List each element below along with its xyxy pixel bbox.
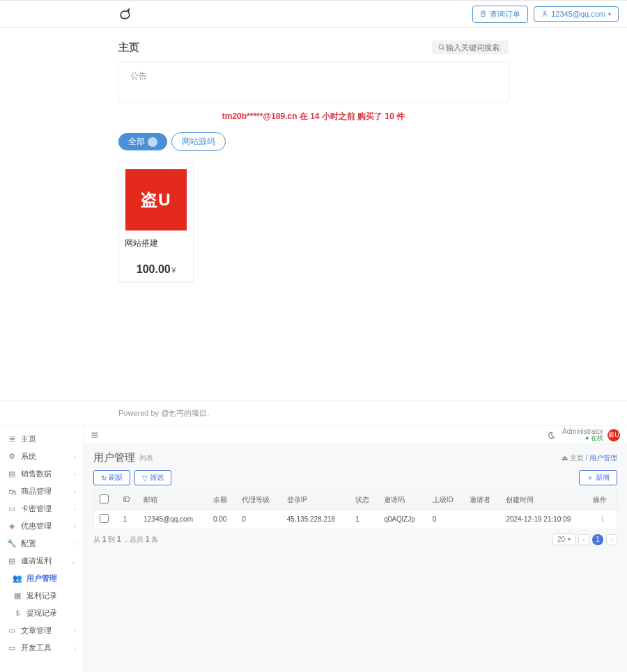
- sidebar-item-5[interactable]: ◈优惠管理›: [0, 517, 83, 535]
- pagination-summary: 从 1 到 1 ，总共 1 条: [93, 535, 158, 545]
- search-doc-icon: [480, 10, 487, 17]
- cell-inviter: [464, 510, 501, 529]
- row-checkbox[interactable]: [100, 514, 109, 523]
- refresh-button[interactable]: ↻ 刷新: [93, 470, 130, 485]
- chevron-right-icon: ›: [74, 540, 76, 547]
- chevron-right-icon: ›: [74, 627, 76, 634]
- store-footer: Powered by @乞丐的项目.: [0, 400, 627, 425]
- next-page-button[interactable]: ›: [606, 534, 617, 545]
- wrench-icon: 🔧: [7, 539, 17, 548]
- bars-icon: ≣: [7, 435, 17, 444]
- chevron-down-icon: ⌄: [70, 558, 76, 565]
- purchase-marquee: tm20b*****@189.cn 在 14 小时之前 购买了 10 件: [118, 111, 509, 123]
- list-icon: ▤: [7, 556, 17, 565]
- cell-invite-code: q0AQlZJp: [378, 510, 426, 529]
- user-email-label: 12345@qq.com: [551, 10, 605, 18]
- notice-label: 公告: [130, 71, 147, 81]
- store-footer-link[interactable]: @乞丐的项目: [161, 409, 207, 417]
- news-icon: ▭: [7, 626, 17, 635]
- admin-panel: ≣主页⚙系统›▤销售数据›🛍商品管理›▭卡密管理›◈优惠管理›🔧配置›▤邀请返利…: [0, 425, 627, 672]
- col-11: 操作: [587, 490, 617, 510]
- svg-point-2: [439, 45, 443, 49]
- theme-toggle-icon[interactable]: [547, 431, 555, 439]
- col-9: 邀请者: [464, 490, 501, 510]
- sidebar-item-2[interactable]: ▤销售数据›: [0, 465, 83, 483]
- chevron-right-icon: ›: [74, 471, 76, 478]
- cell-actions[interactable]: ⁝: [587, 510, 617, 529]
- admin-content: 用户管理 列表 ⏏ 主页 / 用户管理 ↻ 刷新 ▽ 筛选: [84, 444, 627, 672]
- chevron-right-icon: ›: [74, 523, 76, 530]
- card-icon: ▭: [7, 504, 17, 513]
- filter-icon: ▽: [142, 474, 148, 482]
- sidebar-item-8[interactable]: ▭文章管理›: [0, 622, 83, 639]
- cell-status: 1: [350, 510, 378, 529]
- sidebar-item-0[interactable]: ≣主页: [0, 430, 83, 448]
- filter-row: 全部 网站源码: [118, 132, 509, 151]
- chevron-down-icon: ▾: [568, 536, 571, 542]
- sidebar-item-6[interactable]: 🔧配置›: [0, 535, 83, 552]
- home-icon: ⏏: [562, 454, 568, 462]
- admin-user-block[interactable]: Administrator ● 在线: [562, 428, 603, 442]
- sidebar-item-9[interactable]: ▭开发工具›: [0, 639, 83, 657]
- toolbar: ↻ 刷新 ▽ 筛选 ＋ 新增: [93, 470, 617, 485]
- admin-sidebar: ≣主页⚙系统›▤销售数据›🛍商品管理›▭卡密管理›◈优惠管理›🔧配置›▤邀请返利…: [0, 426, 84, 672]
- sidebar-subitem-7-0[interactable]: 👥用户管理: [0, 570, 83, 587]
- cell-balance: 0.00: [208, 510, 236, 529]
- col-8: 上级ID: [427, 490, 464, 510]
- menu-toggle-icon[interactable]: [91, 431, 99, 439]
- content-title: 用户管理: [93, 451, 135, 464]
- breadcrumb-row: 用户管理 列表 ⏏ 主页 / 用户管理: [93, 451, 617, 464]
- cell-agent-level: 0: [236, 510, 281, 529]
- crumb-home[interactable]: 主页: [570, 454, 584, 462]
- user-menu-button[interactable]: 12345@qq.com ▾: [534, 6, 619, 22]
- page-number-current[interactable]: 1: [592, 534, 603, 545]
- refresh-icon: ↻: [101, 474, 107, 482]
- search-input[interactable]: [446, 43, 502, 52]
- col-5: 登录IP: [281, 490, 350, 510]
- check-order-button[interactable]: 查询订单: [472, 6, 528, 23]
- new-button[interactable]: ＋ 新增: [579, 470, 617, 485]
- select-all-checkbox[interactable]: [100, 494, 109, 503]
- search-box[interactable]: [432, 40, 509, 54]
- product-price: 100.00¥: [125, 263, 187, 276]
- dollar-icon: ＄: [13, 608, 22, 618]
- chevron-right-icon: ›: [74, 645, 76, 652]
- page-size-select[interactable]: 20 ▾: [552, 533, 575, 545]
- col-7: 邀请码: [378, 490, 426, 510]
- table-row[interactable]: 1 12345@qq.com 0.00 0 45.135.228.218 1 q…: [94, 510, 617, 529]
- chevron-down-icon: ▾: [608, 11, 611, 17]
- crumb-current: 用户管理: [589, 454, 617, 462]
- prev-page-button[interactable]: ‹: [578, 534, 589, 545]
- cell-login-ip: 45.135.228.218: [281, 510, 350, 529]
- sidebar-subitem-7-1[interactable]: ▦返利记录: [0, 587, 83, 604]
- sidebar-item-3[interactable]: 🛍商品管理›: [0, 483, 83, 500]
- admin-avatar[interactable]: 盗U: [607, 429, 620, 442]
- product-image: 盗U: [125, 169, 187, 230]
- chevron-right-icon: ›: [74, 506, 76, 513]
- product-name: 网站搭建: [125, 237, 187, 249]
- sidebar-item-4[interactable]: ▭卡密管理›: [0, 500, 83, 517]
- sidebar-subitem-7-2[interactable]: ＄提现记录: [0, 604, 83, 622]
- term-icon: ▭: [7, 643, 17, 653]
- col-4: 代理等级: [236, 490, 281, 510]
- product-card[interactable]: 盗U 网站搭建 100.00¥: [118, 161, 194, 282]
- users-icon: 👥: [13, 574, 22, 583]
- svg-point-1: [544, 12, 546, 14]
- table-header-row: ID邮箱余额代理等级登录IP状态邀请码上级ID邀请者创建时间操作: [94, 490, 617, 510]
- user-icon: [541, 10, 548, 17]
- chevron-right-icon: ›: [74, 453, 76, 460]
- col-2: 邮箱: [138, 490, 208, 510]
- breadcrumb: ⏏ 主页 / 用户管理: [562, 453, 617, 463]
- heart-icon: [148, 137, 157, 147]
- user-table: ID邮箱余额代理等级登录IP状态邀请码上级ID邀请者创建时间操作 1 12345…: [93, 490, 617, 529]
- page-title: 主页: [118, 41, 139, 54]
- filter-button[interactable]: ▽ 筛选: [134, 470, 171, 485]
- filter-source-code[interactable]: 网站源码: [171, 132, 226, 151]
- content-subtitle: 列表: [139, 453, 153, 463]
- sidebar-item-7[interactable]: ▤邀请返利⌄: [0, 552, 83, 570]
- search-icon: [438, 43, 446, 52]
- chevron-right-icon: ›: [74, 488, 76, 495]
- sidebar-item-1[interactable]: ⚙系统›: [0, 448, 83, 465]
- filter-all[interactable]: 全部: [118, 133, 167, 150]
- cell-id: 1: [117, 510, 138, 529]
